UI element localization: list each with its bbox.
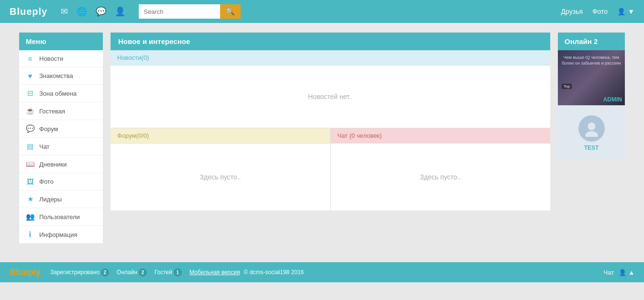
sidebar-item-guestbook-label: Гостевая (39, 108, 65, 115)
sidebar-body: ≡ Новости ♥ Знакомства ⊟ Зона обмена ☕ Г… (19, 50, 103, 244)
sidebar-header: Меню (19, 33, 103, 50)
chat-icon[interactable]: 💬 (96, 6, 106, 17)
footer-guests-label: Гостей (155, 269, 172, 276)
users-icon: 👥 (26, 212, 34, 221)
news-tab-header[interactable]: Новости(0) (111, 50, 550, 66)
search-box: 🔍 (139, 4, 241, 19)
chat-tab-header[interactable]: Чат (0 человек) (331, 128, 550, 144)
admin-bg-text: Чем выше IQ человека, тем более он забыв… (562, 55, 621, 66)
info-icon: ℹ (26, 230, 34, 239)
header-logo[interactable]: Blueply (10, 6, 47, 17)
sidebar: Меню ≡ Новости ♥ Знакомства ⊟ Зона обмен… (19, 33, 103, 253)
leaders-icon: ★ (26, 195, 34, 203)
main-wrapper: Меню ≡ Новости ♥ Знакомства ⊟ Зона обмен… (0, 23, 644, 262)
footer-right: Чат 👤 ▲ (604, 269, 634, 276)
sidebar-item-photo-label: Фото (39, 178, 54, 185)
avatar-icon (583, 120, 600, 137)
forum-panel: Форум(0/0) Здесь пусто.. (111, 128, 331, 211)
center-panel: Новое и интересное Новости(0) Новостей н… (111, 33, 550, 253)
right-panel: Онлайн 2 Чем выше IQ человека, тем более… (558, 33, 625, 253)
sidebar-item-leaders-label: Лидеры (39, 196, 62, 203)
photos-link[interactable]: Фото (592, 8, 608, 15)
sidebar-item-photo[interactable]: 🖼 Фото (19, 173, 103, 190)
online-users: Чем выше IQ человека, тем более он забыв… (558, 50, 625, 160)
svg-point-1 (585, 131, 598, 137)
footer-registered-badge: 2 (101, 268, 109, 277)
test-user-name: TEST (584, 144, 599, 151)
sidebar-item-users-label: Пользователи (39, 213, 80, 221)
footer-user-menu[interactable]: 👤 ▲ (619, 269, 634, 276)
main-panel-header: Новое и интересное (111, 33, 550, 50)
footer-user-arrow: ▲ (628, 269, 634, 276)
svg-point-0 (588, 122, 595, 130)
forum-icon: 💬 (26, 124, 34, 133)
footer-guests-badge: 1 (174, 268, 182, 277)
footer-online-badge: 2 (139, 268, 147, 277)
footer-registered: Зарегистрировано 2 (50, 268, 109, 277)
online-panel-header: Онлайн 2 (558, 33, 625, 50)
diary-icon: 📖 (26, 160, 34, 168)
chat-empty-text: Здесь пусто.. (331, 144, 550, 211)
admin-user-card[interactable]: Чем выше IQ человека, тем более он забыв… (558, 50, 625, 105)
footer-registered-label: Зарегистрировано (50, 269, 100, 276)
search-input[interactable] (139, 4, 220, 19)
footer-online-label: Онлайн (117, 269, 137, 276)
friends-link[interactable]: Друзья (561, 8, 583, 15)
news-empty-text: Новостей нет.. (111, 66, 550, 128)
sidebar-item-guestbook[interactable]: ☕ Гостевая (19, 102, 103, 120)
user-icon: 👤 (617, 8, 625, 15)
footer-user-icon: 👤 (619, 269, 626, 276)
chat-panel: Чат (0 человек) Здесь пусто.. (331, 128, 550, 211)
header-right: Друзья Фото 👤 ▼ (561, 8, 634, 15)
search-button[interactable]: 🔍 (220, 4, 241, 19)
admin-name: ADMIN (603, 96, 622, 103)
user-dropdown-arrow: ▼ (628, 8, 634, 15)
sidebar-item-chat[interactable]: ▤ Чат (19, 138, 103, 156)
sidebar-item-news[interactable]: ≡ Новости (19, 50, 103, 67)
sidebar-item-diary[interactable]: 📖 Дневники (19, 156, 103, 173)
sidebar-item-diary-label: Дневники (39, 161, 67, 168)
header: Blueply ✉ 🌐 💬 👤 🔍 Друзья Фото 👤 ▼ (0, 0, 644, 23)
forum-empty-text: Здесь пусто.. (111, 144, 330, 211)
forum-tab-header[interactable]: Форум(0/0) (111, 128, 330, 144)
footer-mobile-link[interactable]: Мобильная версия (189, 269, 240, 276)
guestbook-icon: ☕ (26, 107, 34, 115)
sidebar-item-news-label: Новости (39, 55, 63, 62)
footer-guests: Гостей 1 (155, 268, 182, 277)
news-section: Новости(0) Новостей нет.. (111, 50, 550, 128)
admin-badge: Top (562, 84, 572, 89)
test-user-card[interactable]: TEST (558, 105, 625, 160)
header-user-menu[interactable]: 👤 ▼ (617, 8, 634, 15)
sidebar-item-users[interactable]: 👥 Пользователи (19, 208, 103, 226)
footer-chat-link[interactable]: Чат (604, 269, 614, 276)
photo-icon: 🖼 (26, 178, 34, 186)
footer-logo[interactable]: Blueply (10, 267, 41, 278)
sidebar-item-info-label: Информация (39, 231, 78, 238)
exchange-icon: ⊟ (26, 89, 34, 98)
news-icon: ≡ (26, 55, 34, 63)
sidebar-item-dating-label: Знакомства (39, 72, 73, 79)
sidebar-item-exchange[interactable]: ⊟ Зона обмена (19, 85, 103, 102)
user-add-icon[interactable]: 👤 (115, 6, 125, 17)
footer-copyright: © dcms-social198 2016 (244, 269, 304, 276)
footer: Blueply Зарегистрировано 2 Онлайн 2 Гост… (0, 262, 644, 282)
sidebar-item-forum-label: Форум (39, 125, 58, 133)
test-user-avatar (578, 115, 605, 142)
globe-icon[interactable]: 🌐 (77, 6, 87, 17)
sidebar-item-leaders[interactable]: ★ Лидеры (19, 190, 103, 208)
bottom-panels: Форум(0/0) Здесь пусто.. Чат (0 человек)… (111, 128, 550, 211)
admin-bg: Чем выше IQ человека, тем более он забыв… (558, 50, 625, 105)
sidebar-item-exchange-label: Зона обмена (39, 90, 77, 97)
footer-online: Онлайн 2 (117, 268, 147, 277)
chat-nav-icon: ▤ (26, 142, 34, 151)
mail-icon[interactable]: ✉ (61, 6, 68, 17)
dating-icon: ♥ (26, 72, 34, 80)
sidebar-item-dating[interactable]: ♥ Знакомства (19, 67, 103, 85)
sidebar-item-forum[interactable]: 💬 Форум (19, 120, 103, 138)
sidebar-item-chat-label: Чат (39, 143, 50, 150)
sidebar-item-info[interactable]: ℹ Информация (19, 226, 103, 244)
